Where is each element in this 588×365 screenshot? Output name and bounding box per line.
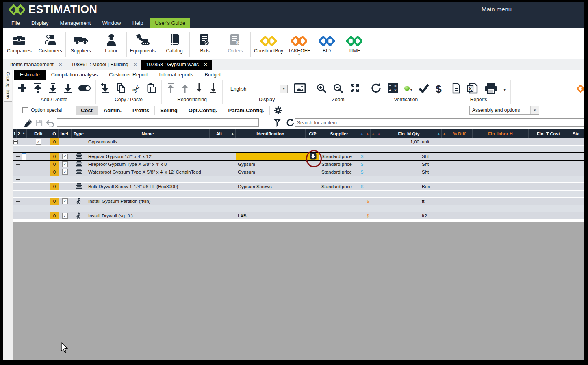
filter-button-profits[interactable]: Profits bbox=[127, 106, 155, 115]
toolbar-time-button[interactable]: TIME bbox=[341, 31, 368, 54]
column-header-cstar[interactable]: * bbox=[21, 129, 27, 138]
menu-item-management[interactable]: Management bbox=[54, 20, 97, 26]
column-header-p1[interactable]: + bbox=[359, 129, 365, 138]
close-icon[interactable]: ✕ bbox=[59, 62, 62, 67]
column-header-finmqty[interactable]: Fin. M Qty bbox=[382, 129, 436, 138]
filter-button-selling[interactable]: Selling bbox=[155, 106, 183, 115]
checkbox-icon[interactable] bbox=[22, 107, 28, 113]
cell-incl[interactable]: ✓ bbox=[59, 153, 72, 160]
price-dollar-indicator[interactable]: $ bbox=[359, 184, 365, 189]
toolbar-suppliers-button[interactable]: Suppliers bbox=[67, 31, 95, 54]
cell-edit[interactable] bbox=[27, 168, 50, 176]
ribbon-recalc-button[interactable] bbox=[370, 83, 381, 95]
toolbar-customers-button[interactable]: Customers bbox=[37, 31, 64, 54]
ribbon-image-button[interactable] bbox=[294, 83, 306, 95]
edit-checkbox[interactable]: ✓ bbox=[36, 139, 41, 145]
column-header-o[interactable]: O bbox=[50, 129, 59, 138]
collapse-expander-icon[interactable] bbox=[13, 140, 17, 144]
assembly-options-dropdown[interactable]: Assembly and options ▼ bbox=[469, 106, 539, 115]
ribbon-caret-button[interactable]: ▾ bbox=[504, 85, 506, 93]
filter-funnel-icon[interactable] bbox=[273, 118, 282, 129]
column-header-ident[interactable]: Identification bbox=[236, 129, 306, 138]
tab-internal-reports[interactable]: Internal reports bbox=[153, 70, 199, 80]
ribbon-move-down-bar-button[interactable] bbox=[63, 83, 72, 95]
table-row[interactable]: 0✓Install Gypsum Partition (ft/lin)$ft bbox=[13, 198, 584, 205]
price-dollar-indicator[interactable]: $ bbox=[359, 162, 365, 167]
price-dollar-indicator[interactable]: $ bbox=[359, 154, 365, 159]
ribbon-move-up-button[interactable] bbox=[181, 83, 189, 95]
chevron-down-icon[interactable]: ▾ bbox=[298, 54, 300, 56]
search-item-input[interactable] bbox=[295, 118, 584, 127]
ribbon-zoom-out-button[interactable] bbox=[333, 83, 343, 95]
column-header-edit[interactable]: Edit bbox=[27, 129, 50, 138]
cell-edit[interactable] bbox=[27, 198, 50, 205]
toolbar-catalog-button[interactable]: Catalog bbox=[161, 31, 188, 54]
include-checkbox[interactable]: ✓ bbox=[62, 161, 68, 167]
menu-item-users-guide[interactable]: User's Guide bbox=[150, 18, 190, 28]
include-checkbox[interactable]: ✓ bbox=[62, 169, 68, 175]
brand-diamond-icon[interactable] bbox=[577, 85, 584, 94]
toolbar-bids-button[interactable]: Bids bbox=[191, 31, 219, 54]
column-header-type[interactable]: Type bbox=[72, 129, 86, 138]
tab-customer-report[interactable]: Customer Report bbox=[103, 70, 153, 80]
ribbon-cut-button[interactable]: ✂ bbox=[132, 84, 141, 94]
table-row[interactable]: 0✓Install Drywall (sq. ft.)LAB$ft2 bbox=[13, 212, 584, 220]
column-header-p6[interactable]: + bbox=[442, 129, 447, 138]
tab-108861-model-building[interactable]: 108861 : Model | Building✕ bbox=[67, 60, 141, 70]
table-row[interactable]: 0✓Fireproof Gypsum Type X 5/8" x 4' x 8'… bbox=[13, 161, 584, 168]
cell-incl[interactable]: ✓ bbox=[59, 212, 72, 219]
language-select[interactable]: English▼ bbox=[228, 85, 288, 93]
ribbon-fit-screen-button[interactable] bbox=[349, 83, 360, 95]
refresh-icon[interactable] bbox=[286, 118, 294, 128]
ribbon-calc-check-button[interactable]: −=+× bbox=[387, 83, 398, 95]
toolbar-companies-button[interactable]: Companies bbox=[5, 31, 34, 54]
filter-button-opt-config[interactable]: Opt.Config. bbox=[183, 106, 223, 115]
column-header-plus0[interactable]: + bbox=[230, 129, 236, 138]
chevron-down-icon[interactable]: ▼ bbox=[280, 85, 287, 93]
column-header-c1[interactable]: 1 bbox=[13, 129, 17, 138]
cell-edit[interactable]: ✓ bbox=[27, 138, 50, 145]
main-menu-label[interactable]: Main menu bbox=[482, 6, 512, 13]
column-header-sta[interactable]: Sta bbox=[568, 129, 584, 138]
toolbar-equipments-button[interactable]: Equipments bbox=[128, 31, 158, 54]
ribbon-move-bottom-button[interactable] bbox=[209, 83, 217, 95]
option-special-checkbox[interactable]: Option special bbox=[22, 107, 62, 113]
close-icon[interactable]: ✕ bbox=[133, 62, 137, 67]
filter-button-param-config[interactable]: Param.Config. bbox=[223, 106, 270, 115]
cell-incl[interactable] bbox=[59, 138, 72, 145]
toolbar-takeoff-button[interactable]: TAKEOFF▾ bbox=[285, 31, 313, 56]
column-header-p4[interactable]: + bbox=[376, 129, 382, 138]
tab-107858-gypsum-walls[interactable]: 107858 : Gypsum walls✕ bbox=[141, 60, 212, 70]
column-header-p2[interactable]: + bbox=[365, 129, 371, 138]
ribbon-zoom-in-button[interactable] bbox=[316, 83, 327, 95]
table-row[interactable]: 0✓Waterproof Gypsum Type X 5/8" x 4' x 1… bbox=[13, 168, 584, 176]
ribbon-validate-button[interactable] bbox=[418, 83, 430, 95]
column-header-incl[interactable]: Incl. bbox=[59, 129, 72, 138]
ribbon-print-button[interactable] bbox=[484, 83, 498, 96]
price-dollar-indicator[interactable]: $ bbox=[365, 199, 371, 204]
cell-edit[interactable] bbox=[27, 153, 50, 160]
column-header-p5[interactable]: + bbox=[436, 129, 442, 138]
include-checkbox[interactable]: ✓ bbox=[62, 154, 68, 159]
column-header-cp[interactable]: C/P bbox=[306, 129, 319, 138]
cell-incl[interactable]: ✓ bbox=[59, 161, 72, 168]
menu-item-help[interactable]: Help bbox=[127, 20, 149, 26]
ribbon-move-top-button[interactable] bbox=[167, 83, 175, 95]
cell-incl[interactable]: ✓ bbox=[59, 198, 72, 205]
cell-incl[interactable]: ✓ bbox=[59, 168, 72, 176]
price-dollar-indicator[interactable]: $ bbox=[359, 169, 365, 174]
column-header-pdiff[interactable]: % Diff. bbox=[447, 129, 473, 138]
cell-edit[interactable] bbox=[27, 161, 50, 168]
toolbar-constructbuy-button[interactable]: ConstructBuy bbox=[252, 31, 285, 54]
tab-compilation-analysis[interactable]: Compilation analysis bbox=[46, 70, 104, 80]
gear-icon[interactable] bbox=[274, 106, 282, 115]
column-header-supplier[interactable]: Supplier bbox=[319, 129, 359, 138]
column-header-alt[interactable]: Alt. bbox=[210, 129, 230, 138]
close-icon[interactable]: ✕ bbox=[204, 62, 207, 67]
include-checkbox[interactable]: ✓ bbox=[62, 213, 68, 219]
ribbon-delete-down-button[interactable] bbox=[48, 83, 57, 95]
tab-estimate[interactable]: Estimate bbox=[14, 70, 46, 80]
ribbon-report-doc-button[interactable] bbox=[452, 83, 461, 96]
ribbon-paste-button[interactable] bbox=[147, 83, 156, 96]
filter-button-admin[interactable]: Admin. bbox=[98, 106, 127, 115]
